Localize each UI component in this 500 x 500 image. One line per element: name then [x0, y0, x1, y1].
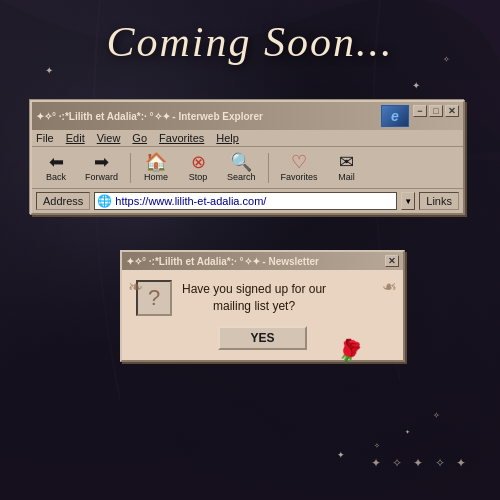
url-text: https://www.lilith-et-adalia.com/: [115, 195, 266, 207]
home-icon: 🏠: [145, 153, 167, 171]
ie-titlebar: ✦✧° ·:*Lilith et Adalia*:· °✧✦ - Interwe…: [32, 102, 463, 130]
popup-body: ? Have you signed up for our mailing lis…: [136, 280, 389, 316]
toolbar-separator-1: [130, 153, 131, 183]
forward-button[interactable]: ➡ Forward: [78, 150, 125, 185]
sparkle-7: ✦: [337, 450, 345, 460]
stop-label: Stop: [189, 172, 208, 182]
popup-content: ❧ ❧ ? Have you signed up for our mailing…: [122, 270, 403, 360]
address-input[interactable]: 🌐 https://www.lilith-et-adalia.com/: [94, 192, 397, 210]
ie-toolbar: ⬅ Back ➡ Forward 🏠 Home ⊗ Stop 🔍 Search …: [32, 147, 463, 189]
menu-file[interactable]: File: [36, 132, 54, 144]
address-label: Address: [36, 192, 90, 210]
sparkle-3: ✦: [412, 80, 420, 91]
home-button[interactable]: 🏠 Home: [136, 150, 176, 185]
forward-icon: ➡: [94, 153, 109, 171]
search-button[interactable]: 🔍 Search: [220, 150, 263, 185]
menu-view[interactable]: View: [97, 132, 121, 144]
forward-label: Forward: [85, 172, 118, 182]
back-icon: ⬅: [49, 153, 64, 171]
ie-addressbar: Address 🌐 https://www.lilith-et-adalia.c…: [32, 189, 463, 213]
mail-button[interactable]: ✉ Mail: [327, 150, 367, 185]
page-icon: 🌐: [97, 194, 112, 208]
sparkle-1: ✦: [45, 65, 53, 76]
sparkle-6: ✧: [374, 442, 380, 450]
popup-close-button[interactable]: ✕: [385, 255, 399, 267]
favorites-icon: ♡: [291, 153, 307, 171]
question-mark: ?: [148, 285, 160, 311]
popup-message: Have you signed up for our mailing list …: [182, 281, 326, 315]
close-button[interactable]: ✕: [445, 105, 459, 117]
menu-edit[interactable]: Edit: [66, 132, 85, 144]
stop-button[interactable]: ⊗ Stop: [178, 150, 218, 185]
favorites-label: Favorites: [281, 172, 318, 182]
ie-browser-window: ✦✧° ·:*Lilith et Adalia*:· °✧✦ - Interwe…: [30, 100, 465, 215]
corner-flourish-tr: ❧: [382, 276, 397, 298]
back-button[interactable]: ⬅ Back: [36, 150, 76, 185]
menu-favorites[interactable]: Favorites: [159, 132, 204, 144]
coming-soon-heading: Coming Soon...: [0, 18, 500, 66]
favorites-button[interactable]: ♡ Favorites: [274, 150, 325, 185]
search-label: Search: [227, 172, 256, 182]
links-button[interactable]: Links: [419, 192, 459, 210]
message-line1: Have you signed up for our: [182, 282, 326, 296]
ie-title-label: ✦✧° ·:*Lilith et Adalia*:· °✧✦ - Interwe…: [36, 111, 263, 122]
ie-titlebar-text: ✦✧° ·:*Lilith et Adalia*:· °✧✦ - Interwe…: [36, 111, 263, 122]
mail-icon: ✉: [339, 153, 354, 171]
ie-menubar: File Edit View Go Favorites Help: [32, 130, 463, 147]
stop-icon: ⊗: [191, 153, 206, 171]
popup-title-label: ✦✧° ·:*Lilith et Adalia*:· °✧✦ - Newslet…: [126, 256, 319, 267]
sparkle-5: ✦: [405, 428, 410, 435]
sparkle-4: ✧: [433, 411, 440, 420]
popup-title-text: ✦✧° ·:*Lilith et Adalia*:· °✧✦ - Newslet…: [126, 256, 319, 267]
ie-window-controls[interactable]: e − □ ✕: [381, 105, 459, 127]
toolbar-separator-2: [268, 153, 269, 183]
yes-button[interactable]: YES: [218, 326, 306, 350]
back-label: Back: [46, 172, 66, 182]
menu-help[interactable]: Help: [216, 132, 239, 144]
maximize-button[interactable]: □: [429, 105, 443, 117]
newsletter-popup: ✦✧° ·:*Lilith et Adalia*:· °✧✦ - Newslet…: [120, 250, 405, 362]
address-dropdown[interactable]: ▼: [401, 192, 415, 210]
bottom-sparkles: ✦ ✧ ✦ ✧ ✦: [371, 456, 470, 470]
ie-logo: e: [381, 105, 409, 127]
corner-flourish-tl: ❧: [128, 276, 143, 298]
message-line2: mailing list yet?: [213, 299, 295, 313]
mail-label: Mail: [338, 172, 355, 182]
search-icon: 🔍: [230, 153, 252, 171]
popup-titlebar: ✦✧° ·:*Lilith et Adalia*:· °✧✦ - Newslet…: [122, 252, 403, 270]
home-label: Home: [144, 172, 168, 182]
minimize-button[interactable]: −: [413, 105, 427, 117]
menu-go[interactable]: Go: [132, 132, 147, 144]
